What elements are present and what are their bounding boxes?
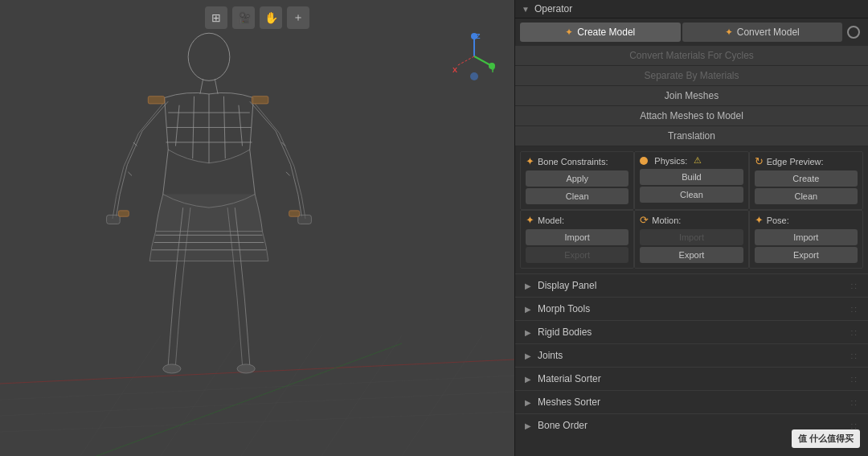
join-meshes-btn[interactable]: Join Meshes <box>515 86 868 106</box>
motion-export-btn[interactable]: Export <box>640 247 743 263</box>
grid-btn[interactable]: ⊞ <box>205 6 227 29</box>
separate-by-materials-btn[interactable]: Separate By Materials <box>515 66 868 86</box>
morph-tools-label: Morph Tools <box>538 303 590 314</box>
settings-icon-btn[interactable] <box>844 26 863 39</box>
morph-tools-drag: :: <box>850 305 858 314</box>
svg-line-11 <box>200 79 203 93</box>
model-icon: ✦ <box>526 214 534 226</box>
meshes-sorter-row[interactable]: ▶ Meshes Sorter :: <box>515 390 868 413</box>
physics-section: Physics: ⚠ Build Clean <box>634 151 748 210</box>
motion-header: ⟳ Motion: <box>640 214 743 226</box>
svg-point-15 <box>163 364 181 373</box>
svg-point-10 <box>188 33 230 80</box>
svg-line-12 <box>215 79 218 93</box>
svg-point-16 <box>237 364 255 373</box>
rigid-bodies-row[interactable]: ▶ Rigid Bodies :: <box>515 320 868 343</box>
tab-convert-model[interactable]: ✦ Convert Model <box>682 23 843 42</box>
svg-rect-13 <box>107 215 121 224</box>
convert-model-icon: ✦ <box>725 27 733 38</box>
tab-create-model[interactable]: ✦ Create Model <box>520 23 681 42</box>
svg-rect-14 <box>298 215 312 224</box>
rigid-bodies-arrow: ▶ <box>525 328 531 337</box>
bone-order-label: Bone Order <box>538 420 588 431</box>
convert-materials-btn[interactable]: Convert Materials For Cycles <box>515 46 868 66</box>
model-header: ✦ Model: <box>526 214 628 226</box>
clean-bone-btn[interactable]: Clean <box>526 188 628 204</box>
physics-header: Physics: ⚠ <box>640 155 743 166</box>
material-sorter-label: Material Sorter <box>538 373 601 384</box>
display-panel-row[interactable]: ▶ Display Panel :: <box>515 273 868 297</box>
character-model <box>40 16 378 402</box>
joints-label: Joints <box>538 350 563 361</box>
svg-rect-28 <box>289 211 300 216</box>
rigid-bodies-drag: :: <box>850 328 858 337</box>
joints-arrow: ▶ <box>525 351 531 360</box>
morph-tools-row[interactable]: ▶ Morph Tools :: <box>515 297 868 320</box>
svg-line-33 <box>128 172 132 176</box>
svg-line-9 <box>402 335 482 456</box>
pose-export-btn[interactable]: Export <box>755 247 858 263</box>
model-import-btn[interactable]: Import <box>526 229 628 245</box>
edge-preview-section: ↻ Edge Preview: Create Clean <box>749 151 863 210</box>
meshes-sorter-label: Meshes Sorter <box>538 396 600 408</box>
svg-line-40 <box>457 56 474 66</box>
plus-btn[interactable]: ＋ <box>287 6 309 29</box>
watermark: 值 什么值得买 <box>792 429 860 448</box>
joints-row[interactable]: ▶ Joints :: <box>515 343 868 367</box>
model-export-btn[interactable]: Export <box>526 247 628 263</box>
panel-header: ▼ Operator <box>515 0 868 18</box>
joints-drag: :: <box>850 351 858 360</box>
clean-physics-btn[interactable]: Clean <box>640 187 743 203</box>
bone-constraints-header: ✦ Bone Constraints: <box>526 155 628 167</box>
hand-btn[interactable]: ✋ <box>260 6 282 29</box>
model-section: ✦ Model: Import Export <box>520 210 634 269</box>
warning-icon: ⚠ <box>694 155 702 166</box>
pose-section: ✦ Pose: Import Export <box>749 210 863 269</box>
create-model-icon: ✦ <box>565 27 573 38</box>
svg-text:X: X <box>452 66 457 74</box>
pose-import-btn[interactable]: Import <box>755 229 858 245</box>
display-panel-arrow: ▶ <box>525 281 531 290</box>
material-sorter-row[interactable]: ▶ Material Sorter :: <box>515 367 868 390</box>
material-sorter-arrow: ▶ <box>525 375 531 384</box>
svg-rect-27 <box>118 211 129 216</box>
svg-point-43 <box>489 63 495 69</box>
circle-icon <box>847 26 860 39</box>
meshes-sorter-drag: :: <box>850 398 858 407</box>
material-sorter-drag: :: <box>850 375 858 384</box>
watermark-text: 值 什么值得买 <box>798 433 854 443</box>
svg-line-4 <box>0 412 514 432</box>
translation-btn[interactable]: Translation <box>515 126 868 146</box>
panel-title: Operator <box>534 3 572 14</box>
tab-row: ✦ Create Model ✦ Convert Model <box>515 18 868 46</box>
bone-order-arrow: ▶ <box>525 421 531 430</box>
rigid-bodies-label: Rigid Bodies <box>538 327 592 338</box>
physics-icon <box>640 157 648 165</box>
clean-edge-btn[interactable]: Clean <box>755 188 858 204</box>
edge-icon: ↻ <box>755 155 764 167</box>
apply-btn[interactable]: Apply <box>526 170 628 187</box>
build-btn[interactable]: Build <box>640 169 743 185</box>
edge-preview-header: ↻ Edge Preview: <box>755 155 858 167</box>
create-btn[interactable]: Create <box>755 170 858 187</box>
svg-point-44 <box>470 72 478 80</box>
svg-point-42 <box>471 33 477 39</box>
pose-icon: ✦ <box>755 214 764 226</box>
viewport-toolbar: ⊞ 🎥 ✋ ＋ <box>205 6 309 29</box>
motion-section: ⟳ Motion: Import Export <box>634 210 748 269</box>
bone-order-drag: :: <box>850 421 858 430</box>
svg-rect-26 <box>252 97 268 104</box>
motion-import-btn[interactable]: Import <box>640 229 743 245</box>
viewport[interactable]: ⊞ 🎥 ✋ ＋ Z Y X <box>0 0 514 456</box>
panel: ▼ Operator ✦ Create Model ✦ Convert Mode… <box>514 0 868 456</box>
panel-collapse-icon: ▼ <box>522 5 530 14</box>
camera-btn[interactable]: 🎥 <box>232 6 255 29</box>
morph-tools-arrow: ▶ <box>525 305 531 314</box>
display-panel-drag: :: <box>850 281 858 290</box>
svg-rect-25 <box>148 97 164 104</box>
motion-icon: ⟳ <box>640 214 649 226</box>
svg-line-35 <box>286 172 290 176</box>
attach-meshes-btn[interactable]: Attach Meshes to Model <box>515 106 868 126</box>
pose-header: ✦ Pose: <box>755 214 858 226</box>
sub-sections-grid: ✦ Bone Constraints: Apply Clean Physics:… <box>515 146 868 273</box>
